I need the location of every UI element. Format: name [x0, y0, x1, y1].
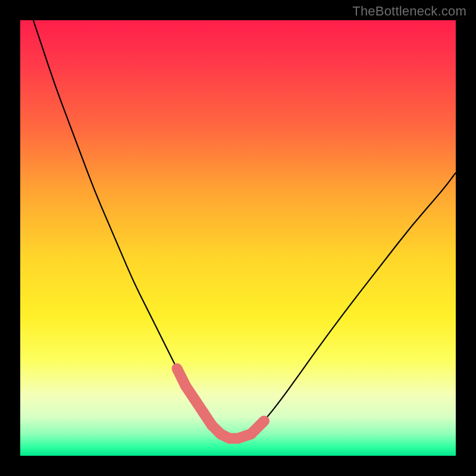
bottleneck-curve — [33, 20, 456, 439]
watermark-text: TheBottleneck.com — [352, 4, 466, 19]
chart-svg — [20, 20, 456, 456]
marker-pill — [251, 421, 264, 434]
plot-area — [20, 20, 456, 456]
chart-frame: TheBottleneck.com — [0, 0, 476, 476]
